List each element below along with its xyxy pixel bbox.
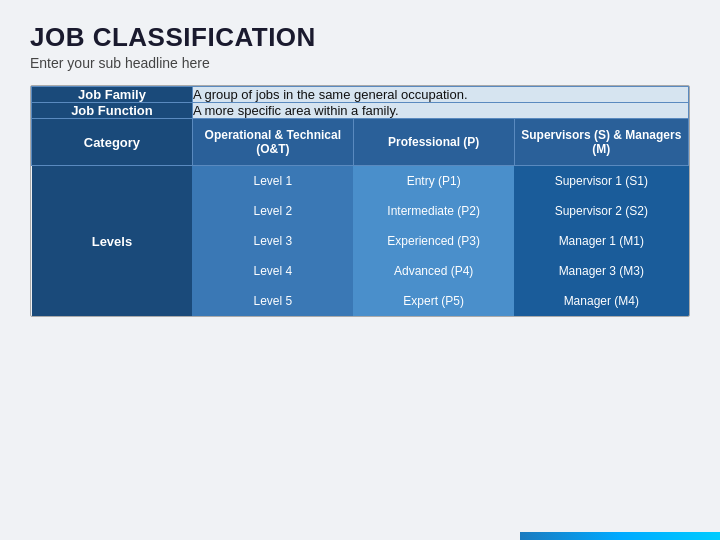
level-1-ot: Level 1 [192, 166, 353, 197]
level-4-p: Advanced (P4) [353, 256, 514, 286]
level-5-sm: Manager (M4) [514, 286, 688, 316]
category-row: Category Operational & Technical (O&T) P… [32, 119, 689, 166]
level-5-p: Expert (P5) [353, 286, 514, 316]
level-3-sm: Manager 1 (M1) [514, 226, 688, 256]
level-1-p: Entry (P1) [353, 166, 514, 197]
category-label: Category [32, 119, 193, 166]
job-family-label: Job Family [32, 87, 193, 103]
page-subtitle: Enter your sub headline here [30, 55, 690, 71]
job-function-description: A more specific area within a family. [192, 103, 688, 119]
page-title: JOB CLASSIFICATION [30, 22, 690, 53]
category-p: Professional (P) [353, 119, 514, 166]
level-3-p: Experienced (P3) [353, 226, 514, 256]
job-function-row: Job Function A more specific area within… [32, 103, 689, 119]
level-2-ot: Level 2 [192, 196, 353, 226]
category-ot: Operational & Technical (O&T) [192, 119, 353, 166]
accent-bar [520, 532, 720, 540]
level-row-1: Levels Level 1 Entry (P1) Supervisor 1 (… [32, 166, 689, 197]
level-2-sm: Supervisor 2 (S2) [514, 196, 688, 226]
level-5-ot: Level 5 [192, 286, 353, 316]
job-family-description: A group of jobs in the same general occu… [192, 87, 688, 103]
job-function-label: Job Function [32, 103, 193, 119]
level-2-p: Intermediate (P2) [353, 196, 514, 226]
category-sm: Supervisors (S) & Managers (M) [514, 119, 688, 166]
level-4-ot: Level 4 [192, 256, 353, 286]
job-family-row: Job Family A group of jobs in the same g… [32, 87, 689, 103]
page: JOB CLASSIFICATION Enter your sub headli… [0, 0, 720, 540]
level-4-sm: Manager 3 (M3) [514, 256, 688, 286]
level-3-ot: Level 3 [192, 226, 353, 256]
classification-table: Job Family A group of jobs in the same g… [30, 85, 690, 317]
level-1-sm: Supervisor 1 (S1) [514, 166, 688, 197]
levels-label: Levels [32, 166, 193, 317]
